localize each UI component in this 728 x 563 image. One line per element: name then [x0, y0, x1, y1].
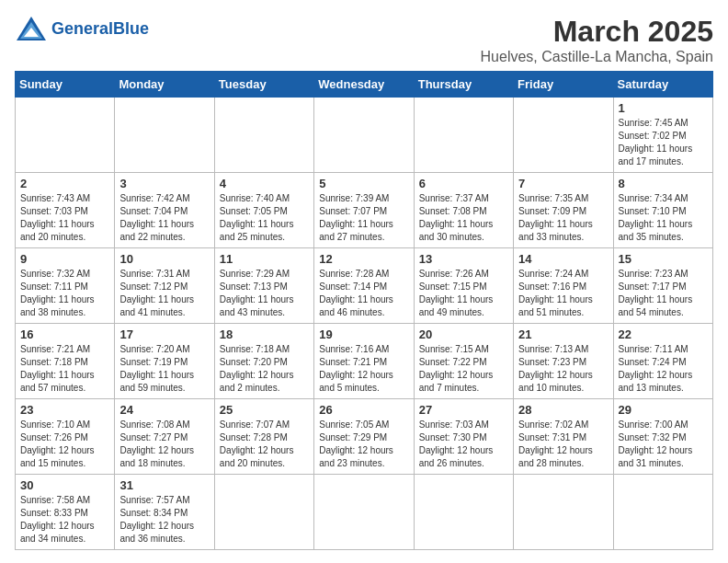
day-info: Sunrise: 7:24 AM Sunset: 7:16 PM Dayligh… [518, 268, 608, 319]
logo: GeneralBlue [15, 15, 149, 42]
calendar-cell [314, 98, 414, 173]
calendar-cell: 18Sunrise: 7:18 AM Sunset: 7:20 PM Dayli… [214, 324, 313, 399]
day-info: Sunrise: 7:39 AM Sunset: 7:07 PM Dayligh… [319, 192, 408, 244]
day-number: 3 [119, 177, 209, 190]
calendar-cell: 29Sunrise: 7:00 AM Sunset: 7:32 PM Dayli… [613, 399, 712, 475]
day-number: 1 [619, 101, 708, 115]
day-number: 18 [220, 327, 309, 341]
day-info: Sunrise: 7:16 AM Sunset: 7:21 PM Dayligh… [319, 343, 408, 395]
calendar-cell [514, 475, 613, 550]
calendar-cell: 14Sunrise: 7:24 AM Sunset: 7:16 PM Dayli… [514, 248, 613, 324]
calendar-header-saturday: Saturday [613, 72, 712, 98]
calendar-cell [16, 98, 115, 173]
calendar-cell: 23Sunrise: 7:10 AM Sunset: 7:26 PM Dayli… [16, 399, 115, 475]
calendar-cell: 31Sunrise: 7:57 AM Sunset: 8:34 PM Dayli… [115, 475, 214, 550]
day-number: 11 [220, 252, 309, 266]
day-info: Sunrise: 7:00 AM Sunset: 7:32 PM Dayligh… [619, 419, 708, 470]
day-info: Sunrise: 7:43 AM Sunset: 7:03 PM Dayligh… [20, 192, 109, 244]
calendar-cell: 28Sunrise: 7:02 AM Sunset: 7:31 PM Dayli… [514, 399, 613, 475]
day-info: Sunrise: 7:21 AM Sunset: 7:18 PM Dayligh… [20, 343, 109, 395]
calendar-week-6: 30Sunrise: 7:58 AM Sunset: 8:33 PM Dayli… [16, 475, 713, 550]
calendar-week-3: 9Sunrise: 7:32 AM Sunset: 7:11 PM Daylig… [16, 248, 713, 324]
day-number: 22 [619, 327, 708, 341]
calendar-cell: 8Sunrise: 7:34 AM Sunset: 7:10 PM Daylig… [613, 173, 712, 248]
calendar-cell: 16Sunrise: 7:21 AM Sunset: 7:18 PM Dayli… [16, 324, 115, 399]
calendar-cell [214, 98, 313, 173]
calendar-cell: 25Sunrise: 7:07 AM Sunset: 7:28 PM Dayli… [214, 399, 313, 475]
day-number: 12 [319, 252, 408, 266]
day-number: 21 [518, 327, 608, 341]
day-number: 19 [319, 327, 408, 341]
calendar-cell: 24Sunrise: 7:08 AM Sunset: 7:27 PM Dayli… [115, 399, 214, 475]
header: GeneralBlue March 2025 Huelves, Castille… [15, 15, 713, 65]
day-info: Sunrise: 7:37 AM Sunset: 7:08 PM Dayligh… [419, 192, 508, 244]
calendar-cell: 15Sunrise: 7:23 AM Sunset: 7:17 PM Dayli… [613, 248, 712, 324]
calendar-cell [314, 475, 414, 550]
day-number: 29 [619, 403, 708, 417]
calendar-cell: 22Sunrise: 7:11 AM Sunset: 7:24 PM Dayli… [613, 324, 712, 399]
calendar-header-tuesday: Tuesday [214, 72, 313, 98]
calendar-cell: 19Sunrise: 7:16 AM Sunset: 7:21 PM Dayli… [314, 324, 414, 399]
day-info: Sunrise: 7:26 AM Sunset: 7:15 PM Dayligh… [419, 268, 508, 319]
calendar-header-thursday: Thursday [414, 72, 513, 98]
calendar-cell: 6Sunrise: 7:37 AM Sunset: 7:08 PM Daylig… [414, 173, 513, 248]
day-info: Sunrise: 7:42 AM Sunset: 7:04 PM Dayligh… [119, 192, 209, 244]
calendar-cell [115, 98, 214, 173]
day-info: Sunrise: 7:35 AM Sunset: 7:09 PM Dayligh… [518, 192, 608, 244]
day-info: Sunrise: 7:28 AM Sunset: 7:14 PM Dayligh… [319, 268, 408, 319]
calendar-header-row: SundayMondayTuesdayWednesdayThursdayFrid… [16, 72, 713, 98]
day-number: 25 [220, 403, 309, 417]
day-info: Sunrise: 7:03 AM Sunset: 7:30 PM Dayligh… [419, 419, 508, 470]
calendar-cell: 5Sunrise: 7:39 AM Sunset: 7:07 PM Daylig… [314, 173, 414, 248]
day-number: 28 [518, 403, 608, 417]
day-number: 26 [319, 403, 408, 417]
day-number: 30 [20, 478, 109, 492]
logo-icon [15, 15, 48, 42]
day-info: Sunrise: 7:29 AM Sunset: 7:13 PM Dayligh… [220, 268, 309, 319]
day-number: 14 [518, 252, 608, 266]
page-title: March 2025 [481, 15, 713, 49]
logo-text: GeneralBlue [51, 19, 149, 39]
day-info: Sunrise: 7:40 AM Sunset: 7:05 PM Dayligh… [220, 192, 309, 244]
day-info: Sunrise: 7:13 AM Sunset: 7:23 PM Dayligh… [518, 343, 608, 395]
day-number: 2 [20, 177, 109, 190]
calendar-cell: 7Sunrise: 7:35 AM Sunset: 7:09 PM Daylig… [514, 173, 613, 248]
day-number: 31 [119, 478, 209, 492]
calendar-cell: 26Sunrise: 7:05 AM Sunset: 7:29 PM Dayli… [314, 399, 414, 475]
day-info: Sunrise: 7:45 AM Sunset: 7:02 PM Dayligh… [619, 117, 708, 168]
calendar-cell: 21Sunrise: 7:13 AM Sunset: 7:23 PM Dayli… [514, 324, 613, 399]
day-info: Sunrise: 7:58 AM Sunset: 8:33 PM Dayligh… [20, 494, 109, 546]
day-info: Sunrise: 7:20 AM Sunset: 7:19 PM Dayligh… [119, 343, 209, 395]
calendar-cell: 13Sunrise: 7:26 AM Sunset: 7:15 PM Dayli… [414, 248, 513, 324]
day-info: Sunrise: 7:31 AM Sunset: 7:12 PM Dayligh… [119, 268, 209, 319]
day-number: 8 [619, 177, 708, 190]
day-info: Sunrise: 7:23 AM Sunset: 7:17 PM Dayligh… [619, 268, 708, 319]
calendar-cell [414, 475, 513, 550]
day-info: Sunrise: 7:05 AM Sunset: 7:29 PM Dayligh… [319, 419, 408, 470]
day-number: 16 [20, 327, 109, 341]
day-number: 6 [419, 177, 508, 190]
calendar-header-monday: Monday [115, 72, 214, 98]
day-number: 20 [419, 327, 508, 341]
day-number: 23 [20, 403, 109, 417]
day-number: 15 [619, 252, 708, 266]
calendar-cell: 17Sunrise: 7:20 AM Sunset: 7:19 PM Dayli… [115, 324, 214, 399]
day-number: 27 [419, 403, 508, 417]
calendar-week-4: 16Sunrise: 7:21 AM Sunset: 7:18 PM Dayli… [16, 324, 713, 399]
day-info: Sunrise: 7:15 AM Sunset: 7:22 PM Dayligh… [419, 343, 508, 395]
calendar-week-2: 2Sunrise: 7:43 AM Sunset: 7:03 PM Daylig… [16, 173, 713, 248]
calendar-cell [514, 98, 613, 173]
title-area: March 2025 Huelves, Castille-La Mancha, … [481, 15, 713, 65]
day-info: Sunrise: 7:32 AM Sunset: 7:11 PM Dayligh… [20, 268, 109, 319]
calendar-cell: 11Sunrise: 7:29 AM Sunset: 7:13 PM Dayli… [214, 248, 313, 324]
day-info: Sunrise: 7:11 AM Sunset: 7:24 PM Dayligh… [619, 343, 708, 395]
day-number: 10 [119, 252, 209, 266]
calendar-cell [214, 475, 313, 550]
day-number: 17 [119, 327, 209, 341]
calendar-cell [613, 475, 712, 550]
day-info: Sunrise: 7:57 AM Sunset: 8:34 PM Dayligh… [119, 494, 209, 546]
day-number: 13 [419, 252, 508, 266]
day-number: 24 [119, 403, 209, 417]
calendar-header-sunday: Sunday [16, 72, 115, 98]
day-info: Sunrise: 7:34 AM Sunset: 7:10 PM Dayligh… [619, 192, 708, 244]
